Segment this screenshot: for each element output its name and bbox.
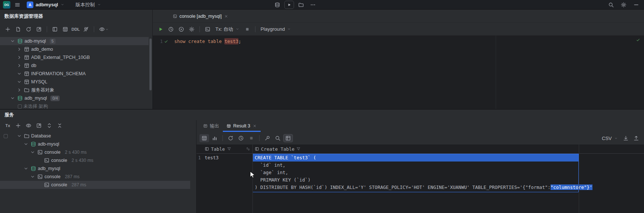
column-icon bbox=[205, 147, 209, 151]
minimize-button[interactable] bbox=[631, 1, 641, 9]
sort-icon[interactable] bbox=[246, 147, 250, 151]
rerun-button[interactable] bbox=[176, 25, 186, 33]
reload-data-button[interactable] bbox=[226, 134, 235, 142]
result-history-button[interactable] bbox=[236, 134, 246, 142]
app-logo-text: DG bbox=[4, 3, 9, 7]
chevron-down-icon[interactable] bbox=[30, 174, 36, 180]
add-datasource-button[interactable] bbox=[3, 25, 13, 33]
refresh-button[interactable] bbox=[24, 25, 33, 33]
tree-row-datasource[interactable]: adb-mysql bbox=[0, 140, 190, 148]
chevron-down-icon[interactable] bbox=[23, 141, 29, 147]
editor-tab-console[interactable]: console [adb_mysql] bbox=[169, 10, 232, 23]
schema-icon bbox=[24, 79, 30, 85]
tab-output[interactable]: 输出 bbox=[199, 120, 223, 132]
checkbox-icon[interactable] bbox=[4, 134, 8, 138]
playground-dropdown[interactable]: Playground bbox=[258, 25, 294, 33]
chevron-down-icon[interactable] bbox=[16, 133, 22, 139]
grid-view-button[interactable] bbox=[199, 134, 209, 142]
cell-create-table-selected[interactable]: CREATE TABLE `test3` ( `id` int, `age` i… bbox=[252, 154, 579, 192]
checkbox-icon[interactable] bbox=[18, 104, 22, 109]
sql-editor[interactable]: 1 show create table test3; bbox=[153, 36, 644, 109]
expand-all-button[interactable] bbox=[44, 122, 54, 130]
show-options-button[interactable] bbox=[24, 122, 33, 130]
run-configuration-button[interactable] bbox=[284, 1, 294, 9]
tx-mode-dropdown[interactable]: Tx: 自动 bbox=[213, 25, 242, 33]
pin-tab-button[interactable] bbox=[262, 134, 272, 142]
visibility-options-button[interactable] bbox=[97, 25, 110, 33]
tab-result-3[interactable]: Result 3 bbox=[223, 120, 261, 132]
chevron-down-icon[interactable] bbox=[10, 95, 16, 101]
tree-row-console-run-selected[interactable]: console 287 ms bbox=[0, 181, 190, 189]
chevron-down-icon[interactable] bbox=[16, 79, 22, 85]
chevron-right-icon[interactable] bbox=[16, 63, 22, 69]
editor-settings-button[interactable] bbox=[187, 25, 196, 33]
executed-check-icon[interactable] bbox=[164, 39, 168, 44]
vcs-widget[interactable]: 版本控制 bbox=[73, 1, 103, 9]
chevron-right-icon[interactable] bbox=[16, 87, 22, 93]
ddl-button[interactable]: DDL bbox=[71, 25, 80, 33]
chevron-down-icon[interactable] bbox=[23, 166, 29, 172]
layout-button[interactable] bbox=[50, 25, 60, 33]
open-console-button[interactable] bbox=[34, 122, 44, 130]
stop-query-button[interactable] bbox=[247, 134, 256, 142]
toolbar-separator bbox=[222, 135, 223, 141]
project-selector[interactable]: A adbmysql bbox=[24, 1, 67, 9]
database-tool-button[interactable] bbox=[273, 1, 282, 9]
chevron-right-icon[interactable] bbox=[16, 46, 22, 52]
jump-to-console-button[interactable] bbox=[34, 25, 44, 33]
close-icon[interactable] bbox=[224, 14, 228, 19]
filter-icon[interactable] bbox=[227, 147, 231, 151]
table-view-button[interactable] bbox=[60, 25, 70, 33]
import-data-button[interactable] bbox=[631, 134, 641, 142]
main-menu-button[interactable] bbox=[13, 1, 22, 9]
column-divider[interactable] bbox=[252, 144, 253, 213]
tree-row-datasource[interactable]: adb-mysql 5 bbox=[0, 37, 149, 45]
tree-row-server-objects[interactable]: 服务器对象 bbox=[0, 86, 149, 94]
chevron-right-icon[interactable] bbox=[16, 54, 22, 60]
close-icon[interactable] bbox=[252, 124, 257, 128]
tree-row-schema[interactable]: INFORMATION_SCHEMA bbox=[0, 70, 149, 78]
tree-row-schema[interactable]: db bbox=[0, 61, 149, 70]
tree-row-schema[interactable]: MYSQL bbox=[0, 78, 149, 86]
more-actions-button[interactable] bbox=[308, 1, 318, 9]
tree-row-datasource[interactable]: adb_mysql bbox=[0, 164, 190, 173]
chart-view-button[interactable] bbox=[210, 134, 219, 142]
export-data-button[interactable] bbox=[621, 134, 631, 142]
app-logo-icon[interactable]: DG bbox=[3, 1, 10, 9]
find-in-grid-button[interactable] bbox=[273, 134, 283, 142]
services-panel: Tx Database bbox=[0, 120, 196, 213]
chevron-down-icon[interactable] bbox=[30, 149, 36, 155]
collapse-all-button[interactable] bbox=[55, 122, 65, 130]
export-format-dropdown[interactable]: CSV bbox=[600, 134, 620, 142]
query-history-button[interactable] bbox=[166, 25, 176, 33]
tree-row-console[interactable]: console 2 s 430 ms bbox=[0, 148, 190, 156]
settings-button[interactable] bbox=[619, 1, 628, 9]
tree-row-console[interactable]: console 287 ms bbox=[0, 173, 190, 181]
tree-row-schema[interactable]: ADB_External_TPCH_10GB bbox=[0, 53, 149, 61]
inspections-ok-icon[interactable] bbox=[636, 38, 640, 42]
chevron-down-icon[interactable] bbox=[16, 71, 22, 77]
project-files-button[interactable] bbox=[296, 1, 306, 9]
column-divider[interactable] bbox=[579, 144, 579, 213]
chevron-down-icon[interactable] bbox=[10, 38, 16, 44]
column-header-create-table[interactable]: Create Table bbox=[252, 144, 579, 153]
tree-row-schema[interactable]: adb_demo bbox=[0, 45, 149, 53]
tree-row-datasource[interactable]: adb_mysql 0/4 bbox=[0, 94, 149, 102]
new-console-button[interactable] bbox=[13, 25, 23, 33]
run-widget-group bbox=[273, 1, 318, 9]
disconnect-button[interactable] bbox=[81, 25, 91, 33]
column-header-table[interactable]: Table bbox=[202, 144, 252, 153]
tree-row-database-group[interactable]: Database bbox=[0, 132, 190, 140]
tree-row-no-schema[interactable]: 未选择 架构 bbox=[0, 102, 149, 109]
scrollbar-thumb[interactable] bbox=[149, 39, 152, 90]
cell-table-name[interactable]: test3 bbox=[202, 154, 252, 192]
add-service-button[interactable] bbox=[13, 122, 23, 130]
attach-session-button[interactable] bbox=[203, 25, 212, 33]
tx-mode-button[interactable]: Tx bbox=[3, 122, 13, 130]
search-everywhere-button[interactable] bbox=[606, 1, 616, 9]
execute-button[interactable] bbox=[156, 25, 165, 33]
filter-icon[interactable] bbox=[296, 147, 301, 151]
transpose-button[interactable] bbox=[283, 134, 293, 142]
tree-row-console-run[interactable]: console 2 s 430 ms bbox=[0, 156, 190, 164]
stop-button[interactable] bbox=[242, 25, 252, 33]
